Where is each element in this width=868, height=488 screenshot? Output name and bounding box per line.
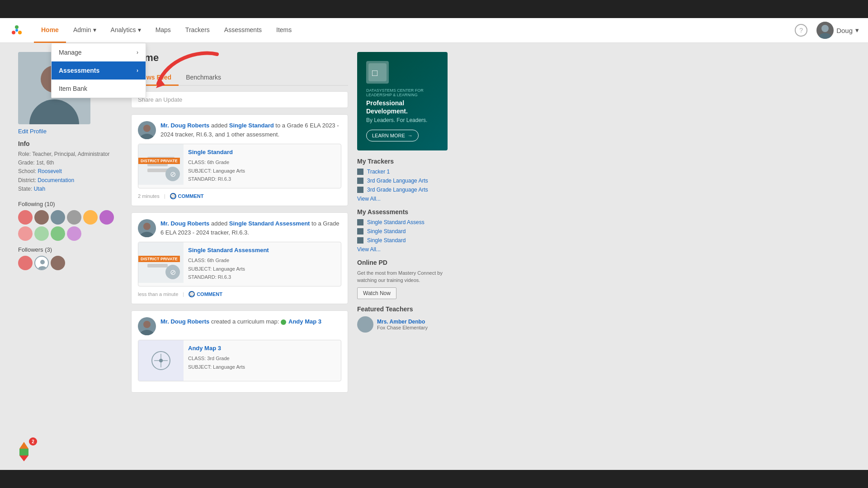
comment-button-1[interactable]: 💬 COMMENT (170, 193, 204, 199)
ad-subtitle: By Leaders. For Leaders. (366, 117, 439, 123)
following-avatar[interactable] (67, 210, 81, 225)
ad-logo: □ (366, 61, 389, 84)
card-title-2[interactable]: Single Standard Assessment (188, 247, 336, 253)
right-panel: □ DATASYSTEMS CENTER FOR LEADERSHIP & LE… (357, 52, 448, 461)
tracker-icon (357, 169, 363, 175)
svg-text:□: □ (372, 68, 377, 78)
nav-maps[interactable]: Maps (148, 18, 178, 43)
dropdown-assessments[interactable]: Assessments › (52, 61, 146, 80)
card-title[interactable]: Single Standard (188, 149, 336, 155)
assessments-view-all[interactable]: View All... (357, 246, 448, 253)
dropdown-manage[interactable]: Manage › (52, 43, 146, 61)
svg-point-0 (15, 25, 19, 29)
following-avatar[interactable] (34, 210, 49, 225)
card-detail: CLASS: 6th Grade SUBJECT: Language Arts … (188, 158, 336, 183)
assessments-chevron-icon: › (137, 67, 138, 74)
nav-analytics[interactable]: Analytics ▾ (104, 18, 148, 43)
following-avatar[interactable] (99, 210, 114, 225)
ad-title: Professional Development. (366, 99, 439, 115)
user-chevron-icon: ▾ (855, 26, 859, 34)
feed-card-info: Single Standard CLASS: 6th Grade SUBJECT… (184, 144, 341, 188)
follower-avatar[interactable] (34, 256, 49, 270)
tab-benchmarks[interactable]: Benchmarks (179, 70, 228, 86)
assessment-item-3[interactable]: Single Standard (357, 237, 448, 244)
following-avatar[interactable] (51, 226, 65, 241)
following-avatar[interactable] (18, 210, 33, 225)
feed-item-link-3[interactable]: Andy Map 3 (281, 318, 321, 325)
svg-point-17 (140, 330, 154, 335)
nav-home[interactable]: Home (34, 18, 66, 43)
floating-badge[interactable]: 2 (11, 438, 36, 463)
analytics-chevron-icon: ▾ (138, 26, 141, 33)
feed-user-avatar (138, 121, 156, 139)
nav-assessments[interactable]: Assessments (217, 18, 269, 43)
navbar: Home Admin ▾ Analytics ▾ Maps Trackers A… (0, 18, 868, 43)
follower-avatar[interactable] (18, 256, 33, 270)
nav-items[interactable]: Items (269, 18, 299, 43)
admin-chevron-icon: ▾ (93, 26, 96, 33)
svg-rect-26 (19, 449, 28, 455)
ad-learn-more-button[interactable]: LEARN MORE → (366, 130, 419, 141)
my-assessments-section: My Assessments Single Standard Assess Si… (357, 208, 448, 253)
feed-user-link-3[interactable]: Mr. Doug Roberts (160, 318, 209, 325)
following-avatar[interactable] (18, 226, 33, 241)
following-avatar[interactable] (67, 226, 81, 241)
nav-admin[interactable]: Admin ▾ (66, 18, 104, 43)
feed-item-link-2[interactable]: Single Standard Assessment (229, 220, 310, 227)
comment-button-2[interactable]: 💬 COMMENT (189, 291, 222, 297)
share-input[interactable]: Share an Update (131, 91, 348, 108)
trackers-view-all[interactable]: View All... (357, 196, 448, 202)
tracker-item-2[interactable]: 3rd Grade Language Arts (357, 178, 448, 184)
feed-footer-2: less than a minute | 💬 COMMENT (138, 291, 341, 297)
tracker-item-1[interactable]: Tracker 1 (357, 169, 448, 175)
card-detail-2: CLASS: 6th Grade SUBJECT: Language Arts … (188, 256, 336, 282)
following-avatar[interactable] (51, 210, 65, 225)
main-content: Edit Profile Info Role: Teacher, Princip… (0, 43, 868, 470)
feed-tabs: News Feed Benchmarks (131, 70, 348, 86)
feed-panel: Home News Feed Benchmarks Share an Updat… (131, 52, 348, 461)
online-pd-description: Get the most from Mastery Connect by wat… (357, 270, 448, 284)
feed-card-2[interactable]: DISTRICT PRIVATE ⊘ Single Standard Asses… (138, 242, 341, 286)
assessments-title: My Assessments (357, 208, 448, 216)
assessment-item-2[interactable]: Single Standard (357, 228, 448, 235)
feed-item-text-2: Mr. Doug Roberts added Single Standard A… (160, 219, 341, 237)
following-avatar[interactable] (83, 210, 98, 225)
feed-card-3[interactable]: Andy Map 3 CLASS: 3rd Grade SUBJECT: Lan… (138, 340, 341, 381)
district-private-badge-2: DISTRICT PRIVATE (138, 256, 180, 262)
district-link[interactable]: Documentation (38, 177, 74, 183)
svg-point-16 (143, 321, 151, 328)
feed-card-1[interactable]: DISTRICT PRIVATE ⊘ Single Standard CLASS… (138, 144, 341, 188)
following-avatar[interactable] (34, 226, 49, 241)
feed-item-link[interactable]: Single Standard (229, 122, 274, 129)
tracker-icon (357, 178, 363, 184)
feed-user-link-2[interactable]: Mr. Doug Roberts (160, 220, 209, 227)
card-detail-3: CLASS: 3rd Grade SUBJECT: Language Arts (188, 354, 336, 371)
nav-trackers[interactable]: Trackers (178, 18, 217, 43)
featured-teacher-1: Mrs. Amber Denbo Fox Chase Elementary (357, 316, 448, 333)
watch-now-button[interactable]: Watch Now (357, 287, 396, 299)
feed-card-image-3 (138, 340, 184, 381)
svg-point-18 (281, 319, 286, 325)
online-pd-title: Online PD (357, 259, 448, 266)
featured-name[interactable]: Mrs. Amber Denbo (377, 319, 428, 325)
profile-panel: Edit Profile Info Role: Teacher, Princip… (18, 52, 122, 461)
featured-teachers-section: Featured Teachers Mrs. Amber Denbo Fox C… (357, 305, 448, 333)
feed-user-link[interactable]: Mr. Doug Roberts (160, 122, 209, 129)
svg-point-5 (819, 33, 831, 39)
trackers-title: My Trackers (357, 158, 448, 165)
card-title-3[interactable]: Andy Map 3 (188, 345, 336, 352)
school-link[interactable]: Roosevelt (38, 168, 61, 174)
assessment-icon (357, 228, 363, 235)
follower-avatar[interactable] (51, 256, 65, 270)
user-menu[interactable]: Doug ▾ (816, 22, 859, 39)
app-logo[interactable] (9, 23, 25, 38)
user-name: Doug (836, 27, 853, 34)
edit-profile-link[interactable]: Edit Profile (18, 128, 122, 135)
tracker-item-3[interactable]: 3rd Grade Language Arts (357, 187, 448, 193)
help-button[interactable]: ? (795, 24, 807, 37)
feed-item-header: Mr. Doug Roberts added Single Standard t… (138, 121, 341, 139)
svg-point-14 (143, 223, 151, 230)
state-link[interactable]: Utah (34, 186, 45, 192)
dropdown-item-bank[interactable]: Item Bank (52, 80, 146, 98)
assessment-item-1[interactable]: Single Standard Assess (357, 219, 448, 225)
